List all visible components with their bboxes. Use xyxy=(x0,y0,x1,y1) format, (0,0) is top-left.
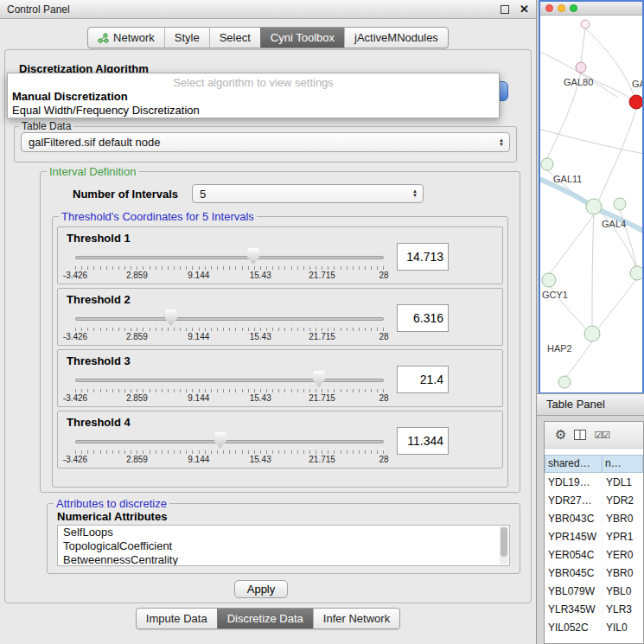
node-label: GAL80 xyxy=(564,77,593,87)
threshold-2-slider[interactable] xyxy=(75,309,384,327)
threshold-3-slider[interactable] xyxy=(75,371,384,388)
table-panel-header[interactable]: Table Panel xyxy=(537,393,644,416)
tab-label: Network xyxy=(113,31,155,44)
threshold-1-ticks xyxy=(75,266,384,270)
table-data-group-title: Table Data xyxy=(19,120,73,132)
node-red-selected[interactable] xyxy=(629,95,642,109)
node-label: GAL4 xyxy=(602,219,626,229)
column-header-n[interactable]: n… xyxy=(603,455,643,473)
threshold-3-value-field[interactable]: 21.4 xyxy=(397,366,449,393)
threshold-1-thumb[interactable] xyxy=(247,248,259,265)
node-label: HAP2 xyxy=(547,343,572,354)
control-panel-window: Control Panel ✕ Network Style xyxy=(0,0,537,644)
tab-label: Infer Network xyxy=(323,612,390,625)
table-header-row: shared… n… xyxy=(545,455,643,473)
table-row[interactable]: YDR27…YDR2 xyxy=(545,491,643,509)
table-row[interactable]: YBR045CYBR0 xyxy=(545,564,643,582)
node[interactable] xyxy=(581,20,590,29)
window-title: Control Panel xyxy=(7,3,501,16)
table-row[interactable]: YIL052CYIL0 xyxy=(545,618,643,636)
close-traffic-light[interactable] xyxy=(545,4,553,12)
popup-option-equal-width-frequency[interactable]: Equal Width/Frequency Discretization xyxy=(8,103,499,117)
threshold-4-slider[interactable] xyxy=(75,432,384,450)
tab-label: Discretize Data xyxy=(227,612,303,625)
threshold-2-thumb[interactable] xyxy=(165,309,177,326)
table-panel-window: ⚙ ☑☑ shared… n… YDL19…YDL1 YDR27…YDR2 YB… xyxy=(544,421,644,644)
columns-icon[interactable] xyxy=(574,430,586,440)
node-gal11[interactable] xyxy=(541,158,553,170)
network-canvas[interactable]: GAL80 GA GAL11 GAL4 GCY1 HAP2 xyxy=(540,16,642,393)
numerical-attributes-label: Numerical Attributes xyxy=(57,510,167,523)
list-item[interactable]: TopologicalCoefficient xyxy=(58,539,509,553)
node[interactable] xyxy=(558,376,571,388)
table-row[interactable]: YER054CYER0 xyxy=(545,545,643,564)
tab-label: Style xyxy=(175,31,200,44)
attributes-scrollbar[interactable] xyxy=(500,526,508,564)
select-all-columns-icon[interactable]: ☑☑ xyxy=(594,430,609,441)
tab-network[interactable]: Network xyxy=(88,28,164,48)
tab-label: Cyni Toolbox xyxy=(271,31,335,44)
popup-option-manual-discretization[interactable]: Manual Discretization xyxy=(8,89,499,103)
tab-style[interactable]: Style xyxy=(164,28,209,48)
screen: Control Panel ✕ Network Style xyxy=(0,0,644,644)
tab-cyni-toolbox[interactable]: Cyni Toolbox xyxy=(260,28,344,48)
gear-icon[interactable]: ⚙ xyxy=(555,427,566,443)
scrollbar-thumb[interactable] xyxy=(501,527,507,557)
threshold-4-value-field[interactable]: 11.344 xyxy=(397,427,449,455)
network-view-window: GAL80 GA GAL11 GAL4 GCY1 HAP2 xyxy=(539,0,644,394)
bottom-tabbar: Impute Data Discretize Data Infer Networ… xyxy=(0,608,536,629)
table-data-combo-value: galFiltered.sif default node xyxy=(29,136,160,149)
list-item[interactable]: BetweennessCentrality xyxy=(58,553,509,566)
interval-definition-title: Interval Definition xyxy=(47,165,138,178)
threshold-1-slider[interactable] xyxy=(75,248,384,265)
table-row[interactable]: YBL079WYBL0 xyxy=(545,582,643,600)
top-tabbar: Network Style Select Cyni Toolbox jActiv… xyxy=(0,27,536,48)
node-hap2[interactable] xyxy=(584,326,600,341)
tab-select[interactable]: Select xyxy=(209,28,260,48)
table-data-combo[interactable]: galFiltered.sif default node ▲▼ xyxy=(21,132,510,152)
tab-discretize-data[interactable]: Discretize Data xyxy=(217,609,313,628)
column-header-shared[interactable]: shared… xyxy=(545,455,603,473)
table-row[interactable]: YDL19…YDL1 xyxy=(545,473,643,491)
table-row[interactable]: YPR145WYPR1 xyxy=(545,527,643,545)
threshold-3-thumb[interactable] xyxy=(313,371,325,387)
threshold-2-label: Threshold 2 xyxy=(67,293,131,306)
threshold-2-scale: -3.4262.8599.14415.4321.71528 xyxy=(75,332,384,342)
close-icon[interactable]: ✕ xyxy=(520,3,529,16)
threshold-1-value-field[interactable]: 14.713 xyxy=(397,243,449,271)
number-of-intervals-combo[interactable]: 5 ▲▼ xyxy=(192,184,424,203)
number-of-intervals-label: Number of Intervals xyxy=(73,188,178,201)
threshold-1-scale: -3.4262.8599.14415.4321.71528 xyxy=(75,271,384,281)
node[interactable] xyxy=(614,198,626,210)
number-of-intervals-value: 5 xyxy=(200,188,206,201)
tab-jactivemnodules[interactable]: jActiveMNodules xyxy=(344,28,448,48)
network-icon xyxy=(98,33,109,43)
node-gcy1[interactable] xyxy=(542,273,556,287)
tab-infer-network[interactable]: Infer Network xyxy=(313,609,399,628)
list-item[interactable]: SelfLoops xyxy=(58,526,509,539)
threshold-2-ticks xyxy=(75,328,384,331)
threshold-2-value-field[interactable]: 6.316 xyxy=(397,304,449,332)
node[interactable] xyxy=(630,266,642,280)
tab-impute-data[interactable]: Impute Data xyxy=(137,609,217,628)
tab-label: Impute Data xyxy=(146,612,207,625)
threshold-4-thumb[interactable] xyxy=(214,432,226,449)
node-gal80[interactable] xyxy=(576,62,586,73)
control-panel-titlebar: Control Panel ✕ xyxy=(0,0,536,19)
zoom-traffic-light[interactable] xyxy=(570,4,577,12)
popup-hint: Select algorithm to view settings xyxy=(8,73,499,89)
combo-updown-arrows-icon: ▲▼ xyxy=(499,138,509,147)
threshold-4-label: Threshold 4 xyxy=(67,416,131,429)
float-window-icon[interactable] xyxy=(501,5,509,14)
tab-label: jActiveMNodules xyxy=(354,31,438,44)
minimize-traffic-light[interactable] xyxy=(558,4,565,12)
table-row[interactable]: YLR345WYLR3 xyxy=(545,600,643,618)
threshold-2-box: Threshold 2 -3.4262.8599.14415.4321.7152… xyxy=(57,288,503,346)
node-gal4[interactable] xyxy=(586,199,602,214)
combo-updown-arrows-icon: ▲▼ xyxy=(412,189,423,198)
node-label: GCY1 xyxy=(542,290,568,300)
threshold-3-box: Threshold 3 -3.4262.8599.14415.4321.7152… xyxy=(57,349,503,407)
thresholds-group-title: Threshold's Coordinates for 5 Intervals xyxy=(59,210,257,223)
apply-button[interactable]: Apply xyxy=(234,580,288,598)
table-row[interactable]: YBR043CYBR0 xyxy=(545,509,643,527)
